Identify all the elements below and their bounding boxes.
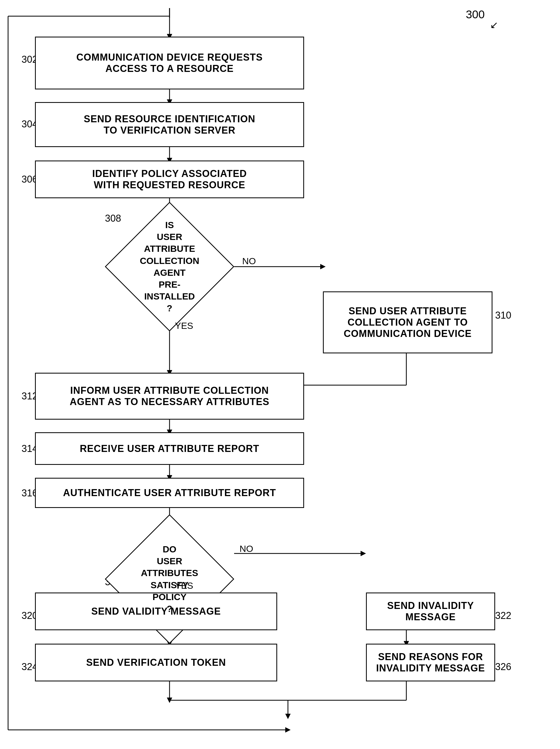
ref-310: 310 <box>495 310 511 321</box>
box-324-text: SEND VERIFICATION TOKEN <box>86 657 226 668</box>
box-310: SEND USER ATTRIBUTECOLLECTION AGENT TOCO… <box>323 292 492 354</box>
yes-label-308: YES <box>175 321 193 331</box>
diagram-container: 300 ↙ <box>0 0 560 749</box>
box-306: IDENTIFY POLICY ASSOCIATEDWITH REQUESTED… <box>35 160 304 198</box>
ref-322: 322 <box>495 610 511 621</box>
box-304-text: SEND RESOURCE IDENTIFICATIONTO VERIFICAT… <box>84 113 255 136</box>
box-320-text: SEND VALIDITY MESSAGE <box>91 606 221 617</box>
figure-label: 300 <box>466 8 485 21</box>
svg-marker-30 <box>167 698 172 703</box>
svg-marker-34 <box>285 714 291 719</box>
box-302-text: COMMUNICATION DEVICE REQUESTSACCESS TO A… <box>76 52 263 74</box>
no-label-318: NO <box>240 543 253 554</box>
box-316: AUTHENTICATE USER ATTRIBUTE REPORT <box>35 478 304 508</box>
box-306-text: IDENTIFY POLICY ASSOCIATEDWITH REQUESTED… <box>92 168 247 191</box>
box-326-text: SEND REASONS FORINVALIDITY MESSAGE <box>376 651 485 674</box>
figure-arrow: ↙ <box>490 19 498 31</box>
box-314: RECEIVE USER ATTRIBUTE REPORT <box>35 432 304 465</box>
svg-marker-39 <box>285 727 291 732</box>
box-302: COMMUNICATION DEVICE REQUESTSACCESS TO A… <box>35 37 304 89</box>
diamond-308: ISUSER ATTRIBUTECOLLECTION AGENTPRE-INST… <box>84 215 256 318</box>
svg-marker-9 <box>320 264 326 269</box>
box-322: SEND INVALIDITY MESSAGE <box>366 593 495 630</box>
box-324: SEND VERIFICATION TOKEN <box>35 644 277 681</box>
box-320: SEND VALIDITY MESSAGE <box>35 593 277 630</box>
ref-326: 326 <box>495 661 511 672</box>
svg-marker-24 <box>361 551 366 556</box>
no-label-308: NO <box>242 256 256 266</box>
box-314-text: RECEIVE USER ATTRIBUTE REPORT <box>80 443 259 454</box>
box-326: SEND REASONS FORINVALIDITY MESSAGE <box>366 644 495 681</box>
box-304: SEND RESOURCE IDENTIFICATIONTO VERIFICAT… <box>35 102 304 147</box>
yes-label-318: YES <box>175 580 193 591</box>
box-312: INFORM USER ATTRIBUTE COLLECTIONAGENT AS… <box>35 373 304 420</box>
box-322-text: SEND INVALIDITY MESSAGE <box>372 600 489 623</box>
box-316-text: AUTHENTICATE USER ATTRIBUTE REPORT <box>63 487 276 498</box>
box-310-text: SEND USER ATTRIBUTECOLLECTION AGENT TOCO… <box>344 305 471 339</box>
box-312-text: INFORM USER ATTRIBUTE COLLECTIONAGENT AS… <box>70 385 269 407</box>
